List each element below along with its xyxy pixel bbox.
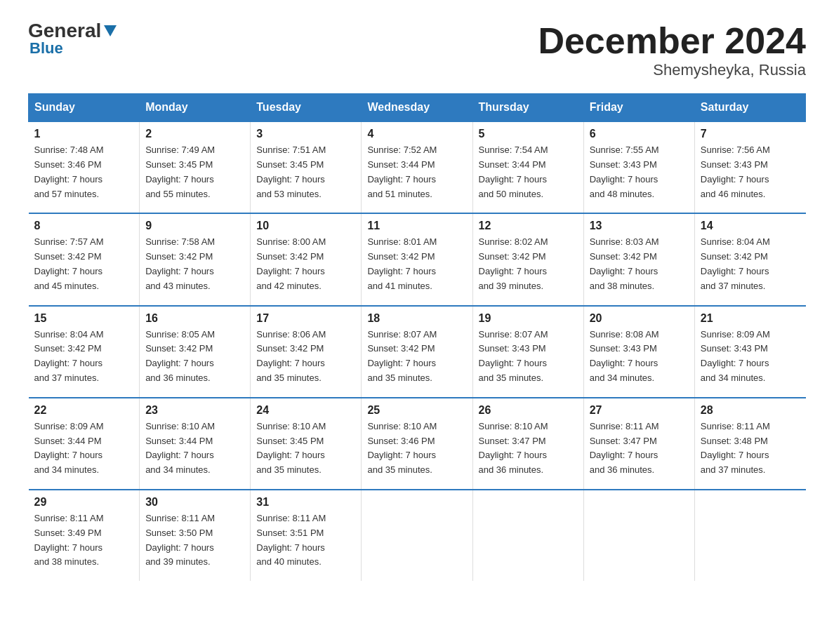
day-number: 6: [590, 128, 689, 140]
day-info: Sunrise: 8:09 AMSunset: 3:43 PMDaylight:…: [701, 328, 800, 386]
day-number: 13: [590, 220, 689, 232]
day-info: Sunrise: 8:11 AMSunset: 3:51 PMDaylight:…: [256, 511, 355, 570]
day-number: 18: [367, 312, 466, 325]
day-info: Sunrise: 8:11 AMSunset: 3:49 PMDaylight:…: [34, 511, 134, 570]
day-number: 9: [145, 220, 244, 232]
day-info: Sunrise: 7:49 AMSunset: 3:45 PMDaylight:…: [145, 143, 244, 201]
day-info: Sunrise: 8:08 AMSunset: 3:43 PMDaylight:…: [590, 328, 689, 386]
day-info: Sunrise: 8:04 AMSunset: 3:42 PMDaylight:…: [701, 235, 800, 293]
calendar-week-row: 22Sunrise: 8:09 AMSunset: 3:44 PMDayligh…: [29, 398, 806, 490]
col-wednesday: Wednesday: [362, 94, 472, 122]
table-row: [694, 490, 805, 581]
svg-marker-0: [104, 25, 117, 36]
table-row: 29Sunrise: 8:11 AMSunset: 3:49 PMDayligh…: [29, 490, 140, 581]
table-row: 16Sunrise: 8:05 AMSunset: 3:42 PMDayligh…: [140, 306, 251, 398]
table-row: 31Sunrise: 8:11 AMSunset: 3:51 PMDayligh…: [251, 490, 362, 581]
day-info: Sunrise: 8:06 AMSunset: 3:42 PMDaylight:…: [256, 328, 355, 386]
table-row: 12Sunrise: 8:02 AMSunset: 3:42 PMDayligh…: [472, 213, 583, 305]
table-row: 21Sunrise: 8:09 AMSunset: 3:43 PMDayligh…: [694, 306, 805, 398]
col-monday: Monday: [140, 94, 251, 122]
day-number: 14: [701, 220, 800, 232]
day-info: Sunrise: 8:05 AMSunset: 3:42 PMDaylight:…: [145, 328, 244, 386]
day-info: Sunrise: 8:11 AMSunset: 3:47 PMDaylight:…: [590, 420, 689, 478]
col-friday: Friday: [583, 94, 694, 122]
day-number: 12: [479, 220, 578, 232]
day-info: Sunrise: 8:07 AMSunset: 3:42 PMDaylight:…: [367, 328, 466, 386]
day-number: 10: [256, 220, 355, 232]
day-info: Sunrise: 7:54 AMSunset: 3:44 PMDaylight:…: [479, 143, 578, 201]
day-info: Sunrise: 8:10 AMSunset: 3:47 PMDaylight:…: [479, 420, 578, 478]
day-info: Sunrise: 8:09 AMSunset: 3:44 PMDaylight:…: [34, 420, 134, 478]
day-number: 21: [701, 312, 800, 325]
table-row: 9Sunrise: 7:58 AMSunset: 3:42 PMDaylight…: [140, 213, 251, 305]
col-saturday: Saturday: [694, 94, 805, 122]
table-row: 4Sunrise: 7:52 AMSunset: 3:44 PMDaylight…: [362, 121, 472, 213]
day-number: 8: [34, 220, 134, 232]
table-row: 19Sunrise: 8:07 AMSunset: 3:43 PMDayligh…: [472, 306, 583, 398]
table-row: [472, 490, 583, 581]
page-header: General Blue December 2024 Shemysheyka, …: [28, 21, 806, 79]
day-number: 16: [145, 312, 244, 325]
table-row: 30Sunrise: 8:11 AMSunset: 3:50 PMDayligh…: [140, 490, 251, 581]
day-info: Sunrise: 8:10 AMSunset: 3:46 PMDaylight:…: [367, 420, 466, 478]
calendar-week-row: 29Sunrise: 8:11 AMSunset: 3:49 PMDayligh…: [29, 490, 806, 581]
day-info: Sunrise: 8:10 AMSunset: 3:45 PMDaylight:…: [256, 420, 355, 478]
day-number: 11: [367, 220, 466, 232]
calendar-week-row: 1Sunrise: 7:48 AMSunset: 3:46 PMDaylight…: [29, 121, 806, 213]
day-number: 5: [479, 128, 578, 140]
logo-arrow-icon: [102, 24, 118, 39]
table-row: 11Sunrise: 8:01 AMSunset: 3:42 PMDayligh…: [362, 213, 472, 305]
table-row: 13Sunrise: 8:03 AMSunset: 3:42 PMDayligh…: [583, 213, 694, 305]
table-row: 24Sunrise: 8:10 AMSunset: 3:45 PMDayligh…: [251, 398, 362, 490]
calendar-week-row: 15Sunrise: 8:04 AMSunset: 3:42 PMDayligh…: [29, 306, 806, 398]
day-number: 19: [479, 312, 578, 325]
day-number: 15: [34, 312, 134, 325]
day-info: Sunrise: 7:52 AMSunset: 3:44 PMDaylight:…: [367, 143, 466, 201]
day-info: Sunrise: 7:56 AMSunset: 3:43 PMDaylight:…: [701, 143, 800, 201]
col-sunday: Sunday: [29, 94, 140, 122]
day-number: 27: [590, 404, 689, 417]
table-row: [583, 490, 694, 581]
day-number: 17: [256, 312, 355, 325]
table-row: 26Sunrise: 8:10 AMSunset: 3:47 PMDayligh…: [472, 398, 583, 490]
day-info: Sunrise: 8:11 AMSunset: 3:48 PMDaylight:…: [701, 420, 800, 478]
table-row: 6Sunrise: 7:55 AMSunset: 3:43 PMDaylight…: [583, 121, 694, 213]
col-thursday: Thursday: [472, 94, 583, 122]
table-row: 3Sunrise: 7:51 AMSunset: 3:45 PMDaylight…: [251, 121, 362, 213]
col-tuesday: Tuesday: [251, 94, 362, 122]
table-row: 14Sunrise: 8:04 AMSunset: 3:42 PMDayligh…: [694, 213, 805, 305]
table-row: 25Sunrise: 8:10 AMSunset: 3:46 PMDayligh…: [362, 398, 472, 490]
calendar-week-row: 8Sunrise: 7:57 AMSunset: 3:42 PMDaylight…: [29, 213, 806, 305]
table-row: 8Sunrise: 7:57 AMSunset: 3:42 PMDaylight…: [29, 213, 140, 305]
logo-blue: Blue: [28, 39, 63, 58]
calendar-header-row: Sunday Monday Tuesday Wednesday Thursday…: [29, 94, 806, 122]
page-subtitle: Shemysheyka, Russia: [538, 61, 806, 79]
title-block: December 2024 Shemysheyka, Russia: [538, 21, 806, 79]
day-info: Sunrise: 7:55 AMSunset: 3:43 PMDaylight:…: [590, 143, 689, 201]
table-row: 18Sunrise: 8:07 AMSunset: 3:42 PMDayligh…: [362, 306, 472, 398]
table-row: 10Sunrise: 8:00 AMSunset: 3:42 PMDayligh…: [251, 213, 362, 305]
day-info: Sunrise: 8:10 AMSunset: 3:44 PMDaylight:…: [145, 420, 244, 478]
day-number: 1: [34, 128, 134, 140]
page-title: December 2024: [538, 21, 806, 61]
day-number: 23: [145, 404, 244, 417]
day-info: Sunrise: 7:48 AMSunset: 3:46 PMDaylight:…: [34, 143, 134, 201]
day-info: Sunrise: 8:11 AMSunset: 3:50 PMDaylight:…: [145, 511, 244, 570]
day-number: 2: [145, 128, 244, 140]
day-number: 22: [34, 404, 134, 417]
table-row: 2Sunrise: 7:49 AMSunset: 3:45 PMDaylight…: [140, 121, 251, 213]
day-number: 4: [367, 128, 466, 140]
day-info: Sunrise: 7:57 AMSunset: 3:42 PMDaylight:…: [34, 235, 134, 293]
day-info: Sunrise: 7:51 AMSunset: 3:45 PMDaylight:…: [256, 143, 355, 201]
day-number: 31: [256, 496, 355, 509]
day-number: 26: [479, 404, 578, 417]
day-number: 7: [701, 128, 800, 140]
day-number: 25: [367, 404, 466, 417]
table-row: 17Sunrise: 8:06 AMSunset: 3:42 PMDayligh…: [251, 306, 362, 398]
day-info: Sunrise: 8:03 AMSunset: 3:42 PMDaylight:…: [590, 235, 689, 293]
day-info: Sunrise: 8:02 AMSunset: 3:42 PMDaylight:…: [479, 235, 578, 293]
day-info: Sunrise: 8:07 AMSunset: 3:43 PMDaylight:…: [479, 328, 578, 386]
calendar-table: Sunday Monday Tuesday Wednesday Thursday…: [28, 93, 806, 581]
day-number: 24: [256, 404, 355, 417]
table-row: 22Sunrise: 8:09 AMSunset: 3:44 PMDayligh…: [29, 398, 140, 490]
